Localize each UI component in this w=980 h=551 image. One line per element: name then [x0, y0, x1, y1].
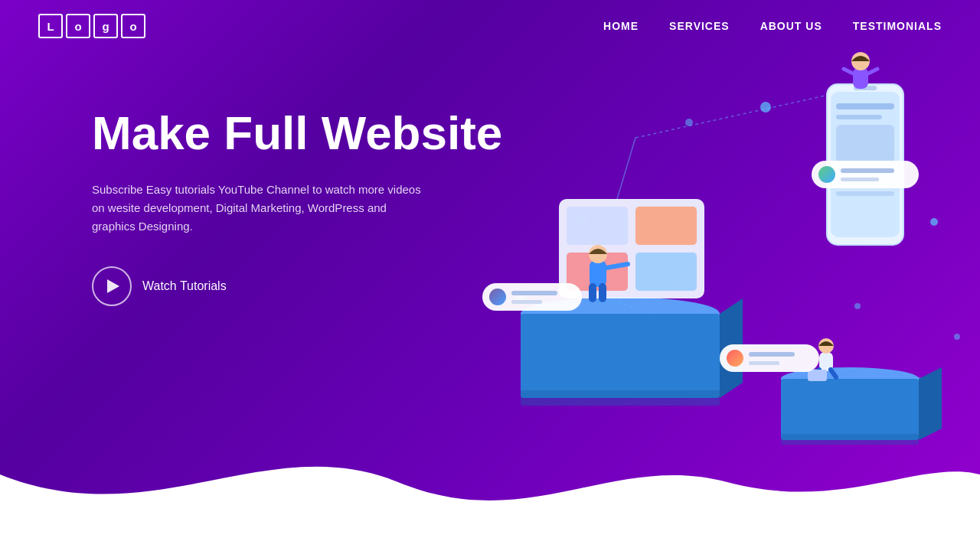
hero-content: Make Full Website Subscribe Easy tutoria… — [92, 107, 502, 306]
hero-title: Make Full Website — [92, 107, 502, 159]
svg-point-58 — [818, 166, 835, 183]
svg-rect-33 — [836, 103, 894, 109]
nav-item-about[interactable]: ABOUT US — [760, 19, 822, 33]
svg-rect-30 — [511, 300, 542, 304]
svg-rect-40 — [853, 67, 868, 89]
svg-rect-56 — [749, 361, 779, 365]
svg-rect-45 — [781, 379, 919, 440]
svg-point-6 — [760, 102, 771, 112]
svg-rect-22 — [590, 260, 606, 287]
svg-rect-60 — [841, 178, 879, 181]
svg-rect-35 — [836, 125, 894, 163]
svg-rect-19 — [635, 207, 697, 245]
svg-line-0 — [635, 92, 842, 138]
svg-rect-38 — [836, 191, 894, 196]
svg-point-10 — [685, 119, 693, 126]
svg-rect-59 — [841, 168, 894, 173]
svg-rect-14 — [521, 314, 720, 398]
svg-rect-34 — [836, 115, 882, 119]
hero-illustration — [459, 46, 980, 490]
svg-rect-29 — [511, 291, 557, 295]
svg-rect-52 — [808, 370, 827, 381]
nav-item-home[interactable]: HOME — [603, 19, 639, 33]
nav-item-services[interactable]: SERVICES — [669, 19, 730, 33]
svg-rect-18 — [567, 207, 628, 245]
play-triangle-icon — [107, 279, 119, 293]
svg-marker-46 — [919, 367, 942, 440]
nav-links: HOME SERVICES ABOUT US TESTIMONIALS — [603, 19, 942, 33]
svg-rect-21 — [635, 253, 697, 291]
svg-rect-25 — [589, 283, 596, 302]
logo-box-g: g — [93, 14, 118, 38]
hero-section: L o g o HOME SERVICES ABOUT US TESTIMONI… — [0, 0, 980, 551]
svg-point-12 — [854, 303, 861, 309]
logo-box-o2: o — [121, 14, 145, 38]
navbar: L o g o HOME SERVICES ABOUT US TESTIMONI… — [0, 0, 980, 52]
watch-label: Watch Tutorials — [142, 279, 227, 293]
logo-box-o1: o — [66, 14, 90, 38]
svg-point-7 — [930, 218, 938, 226]
nav-item-testimonials[interactable]: TESTIMONIALS — [853, 19, 942, 33]
svg-rect-26 — [599, 283, 606, 302]
svg-line-42 — [844, 69, 853, 73]
svg-point-9 — [954, 334, 960, 340]
play-icon-circle — [92, 266, 132, 306]
hero-subtitle: Subscribe Easy tutorials YouTube Channel… — [92, 181, 421, 236]
svg-point-54 — [727, 350, 743, 367]
watch-tutorials-button[interactable]: Watch Tutorials — [92, 266, 227, 306]
svg-rect-47 — [781, 434, 919, 445]
logo-box-l: L — [38, 14, 63, 38]
illustration-svg — [459, 46, 980, 490]
svg-rect-16 — [521, 390, 720, 406]
logo: L o g o — [38, 14, 145, 38]
svg-line-43 — [868, 69, 877, 73]
svg-rect-55 — [749, 352, 795, 357]
